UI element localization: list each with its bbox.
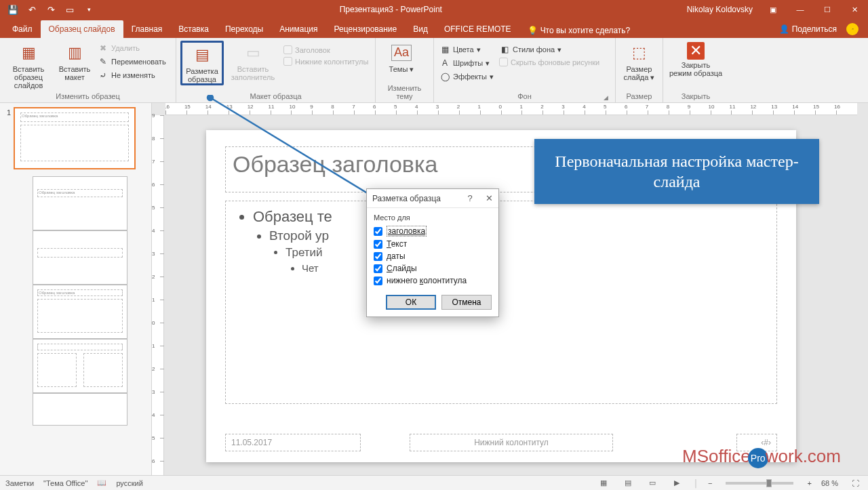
delete-icon: ✖ [98,43,108,54]
svg-line-0 [210,98,373,197]
vertical-ruler: 9876543210123456789 [152,115,164,475]
view-slideshow-icon[interactable]: ▶ [669,477,684,489]
dialog-titlebar[interactable]: Разметка образца ? ✕ [367,189,498,208]
tab-home[interactable]: Главная [123,20,171,38]
group-edit-master: ▦ Вставить образец слайдов ▥ Вставить ма… [0,38,176,102]
start-from-beginning-icon[interactable]: ▭ [62,2,77,17]
window-controls: ▣ — ☐ ✕ [760,0,868,19]
zoom-level[interactable]: 68 % [821,479,838,487]
thumbnails-pane[interactable]: 1 Образец заголовка Образец заголовка Об… [0,103,152,475]
master-layout-icon: ▤ [191,44,213,66]
group-label: Фон [517,91,532,102]
group-label: Изменить тему [380,83,429,102]
close-window-icon[interactable]: ✕ [841,0,868,19]
zoom-slider[interactable] [726,482,793,485]
view-sorter-icon[interactable]: ▤ [620,477,635,489]
insert-layout-button[interactable]: ▥ Вставить макет [56,41,94,81]
tab-animations[interactable]: Анимация [271,20,326,38]
master-thumbnail[interactable]: Образец заголовка [14,107,136,169]
annotation-arrow [203,95,380,203]
thumb-number: 1 [3,107,11,117]
share-button[interactable]: 👤Поделиться [779,24,837,34]
feedback-smiley-icon[interactable]: 𝆣 [846,23,859,35]
share-icon: 👤 [779,24,789,34]
ribbon: ▦ Вставить образец слайдов ▥ Вставить ма… [0,38,868,103]
tab-slide-master[interactable]: Образец слайдов [41,20,123,38]
status-notes[interactable]: Заметки [5,479,34,487]
annotation-callout: Первоначальная настройка мастер-слайда [534,139,819,204]
insert-slide-master-button[interactable]: ▦ Вставить образец слайдов [4,41,53,89]
hide-bg-checkbox: Скрыть фоновые рисунки [498,57,601,67]
qat-customize-icon[interactable]: ▾ [81,2,96,17]
rename-icon: ✎ [98,56,108,67]
tell-me[interactable]: 💡Что вы хотите сделать? [519,26,639,35]
tab-transitions[interactable]: Переходы [217,20,271,38]
chk-slidenum[interactable]: Слайды [374,262,492,274]
title-checkbox: Заголовок [282,45,370,55]
group-size: ⬚ Размер слайда ▾ Размер [616,38,663,102]
window-title: Презентация3 - PowerPoint [102,5,680,14]
close-master-view-button[interactable]: ✕ Закрыть режим образца [667,41,724,77]
layout-thumbnail[interactable]: Образец заголовка [33,176,127,230]
chk-text[interactable]: Текст [374,238,492,250]
quick-access-toolbar: 💾 ↶ ↷ ▭ ▾ [0,2,102,17]
view-reading-icon[interactable]: ▭ [645,477,660,489]
dialog-footer: ОК Отмена [367,289,498,317]
save-icon[interactable]: 💾 [5,2,20,17]
status-spellcheck-icon[interactable]: 📖 [97,478,106,487]
body-placeholder[interactable]: Образец те Второй ур Третий Чет [225,201,777,404]
fit-to-window-icon[interactable]: ⛶ [848,477,863,489]
date-placeholder[interactable]: 11.05.2017 [225,434,361,451]
ok-button[interactable]: ОК [386,295,436,310]
status-theme[interactable]: "Тема Office" [43,479,87,487]
user-name[interactable]: Nikolay Koldovsky [680,5,760,14]
themes-button[interactable]: Aa Темы ▾ [380,41,423,73]
slide-size-button[interactable]: ⬚ Размер слайда ▾ [620,41,658,81]
maximize-icon[interactable]: ☐ [814,0,841,19]
footer-placeholder[interactable]: Нижний колонтитул [410,434,613,451]
undo-icon[interactable]: ↶ [24,2,39,17]
chk-date[interactable]: даты [374,250,492,262]
bullet-lvl3: Третий [285,246,766,260]
bulb-icon: 💡 [528,26,538,35]
layout-thumbnail[interactable] [33,339,127,393]
svg-point-1 [208,95,213,100]
dialog-body: Место для заголовка Текст даты Слайды ни… [367,208,498,289]
tab-insert[interactable]: Вставка [170,20,217,38]
tab-office-remote[interactable]: OFFICE REMOTE [436,20,519,38]
layout-thumbnail[interactable] [33,230,127,285]
chk-title[interactable]: заголовка [374,224,492,238]
effects-button[interactable]: ◯Эффекты ▾ [438,70,495,83]
group-master-layout: ▤ Разметка образца ▭ Вставить заполнител… [176,38,376,102]
dialog-help-icon[interactable]: ? [460,189,479,208]
dialog-launcher-icon[interactable]: ◢ [604,94,610,101]
group-label: Закрыть [667,91,724,102]
tab-view[interactable]: Вид [405,20,436,38]
redo-icon[interactable]: ↷ [43,2,58,17]
view-normal-icon[interactable]: ▦ [596,477,611,489]
layout-thumbnail[interactable] [33,393,127,426]
preserve-button[interactable]: ⤾Не изменять [96,69,167,81]
dialog-close-icon[interactable]: ✕ [479,189,498,208]
layout-thumbnail[interactable]: Образец заголовка [33,285,127,339]
group-label: Размер [620,91,658,102]
effects-icon: ◯ [439,71,450,82]
minimize-icon[interactable]: — [787,0,814,19]
master-layout-button[interactable]: ▤ Разметка образца [180,41,224,85]
chk-footer[interactable]: нижнего колонтитула [374,274,492,287]
rename-button[interactable]: ✎Переименовать [96,56,167,68]
bullet-lvl1: Образец те [253,208,766,226]
background-styles-button[interactable]: ◧Стили фона ▾ [498,43,601,56]
colors-button[interactable]: ▦Цвета ▾ [438,43,495,56]
zoom-in-icon[interactable]: + [807,479,811,487]
close-master-icon: ✕ [687,42,705,60]
tab-file[interactable]: Файл [4,20,41,38]
tab-review[interactable]: Рецензирование [326,20,406,38]
group-close: ✕ Закрыть режим образца Закрыть [663,38,728,102]
group-edit-theme: Aa Темы ▾ Изменить тему [376,38,434,102]
zoom-out-icon[interactable]: − [708,479,712,487]
ribbon-options-icon[interactable]: ▣ [760,0,787,19]
status-language[interactable]: русский [116,479,142,487]
cancel-button[interactable]: Отмена [441,295,492,310]
fonts-button[interactable]: AШрифты ▾ [438,57,495,69]
